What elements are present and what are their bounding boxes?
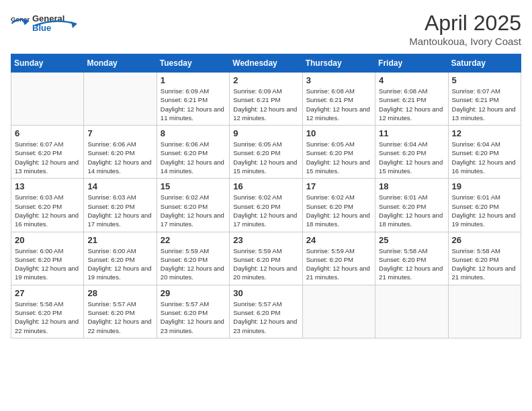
calendar-week-row: 27Sunrise: 5:58 AM Sunset: 6:20 PM Dayli… (11, 285, 521, 338)
calendar-cell (11, 73, 84, 126)
page-header: General General Blue April 2025 Mantouko… (11, 11, 521, 47)
day-number: 27 (15, 288, 80, 298)
calendar-cell: 1Sunrise: 6:09 AM Sunset: 6:21 PM Daylig… (157, 73, 229, 126)
calendar-cell: 4Sunrise: 6:08 AM Sunset: 6:21 PM Daylig… (375, 73, 448, 126)
calendar-cell (84, 73, 157, 126)
day-number: 3 (306, 75, 371, 85)
calendar-cell: 28Sunrise: 5:57 AM Sunset: 6:20 PM Dayli… (84, 285, 157, 338)
calendar-cell: 15Sunrise: 6:02 AM Sunset: 6:20 PM Dayli… (157, 179, 229, 232)
day-info: Sunrise: 6:00 AM Sunset: 6:20 PM Dayligh… (15, 246, 80, 282)
calendar-cell: 29Sunrise: 5:57 AM Sunset: 6:20 PM Dayli… (157, 285, 229, 338)
day-info: Sunrise: 6:07 AM Sunset: 6:20 PM Dayligh… (15, 140, 80, 175)
day-info: Sunrise: 5:58 AM Sunset: 6:20 PM Dayligh… (379, 246, 444, 282)
calendar-week-row: 1Sunrise: 6:09 AM Sunset: 6:21 PM Daylig… (11, 73, 521, 126)
calendar-cell: 3Sunrise: 6:08 AM Sunset: 6:21 PM Daylig… (302, 73, 375, 126)
weekday-header-wednesday: Wednesday (230, 54, 302, 73)
day-number: 24 (306, 235, 371, 245)
day-info: Sunrise: 6:07 AM Sunset: 6:21 PM Dayligh… (452, 87, 517, 122)
day-info: Sunrise: 6:08 AM Sunset: 6:21 PM Dayligh… (379, 87, 444, 122)
day-number: 7 (87, 128, 152, 138)
day-info: Sunrise: 5:59 AM Sunset: 6:20 PM Dayligh… (233, 246, 298, 282)
day-number: 29 (161, 288, 226, 298)
calendar-cell: 24Sunrise: 5:59 AM Sunset: 6:20 PM Dayli… (302, 232, 375, 285)
calendar-header-row: SundayMondayTuesdayWednesdayThursdayFrid… (11, 54, 521, 73)
day-info: Sunrise: 6:09 AM Sunset: 6:21 PM Dayligh… (233, 87, 298, 122)
day-number: 22 (161, 235, 226, 245)
day-info: Sunrise: 5:57 AM Sunset: 6:20 PM Dayligh… (87, 300, 152, 335)
calendar-cell: 6Sunrise: 6:07 AM Sunset: 6:20 PM Daylig… (11, 126, 84, 179)
day-info: Sunrise: 6:04 AM Sunset: 6:20 PM Dayligh… (379, 140, 444, 175)
logo-svg: General Blue (32, 11, 79, 32)
day-info: Sunrise: 5:58 AM Sunset: 6:20 PM Dayligh… (452, 246, 517, 282)
calendar-week-row: 13Sunrise: 6:03 AM Sunset: 6:20 PM Dayli… (11, 179, 521, 232)
weekday-header-thursday: Thursday (302, 54, 375, 73)
calendar-cell (375, 285, 448, 338)
day-info: Sunrise: 6:02 AM Sunset: 6:20 PM Dayligh… (306, 193, 371, 228)
day-info: Sunrise: 6:05 AM Sunset: 6:20 PM Dayligh… (233, 140, 298, 175)
calendar-cell: 16Sunrise: 6:02 AM Sunset: 6:20 PM Dayli… (230, 179, 302, 232)
day-info: Sunrise: 5:57 AM Sunset: 6:20 PM Dayligh… (233, 300, 298, 335)
calendar-cell: 27Sunrise: 5:58 AM Sunset: 6:20 PM Dayli… (11, 285, 84, 338)
day-number: 19 (452, 181, 517, 191)
day-number: 8 (161, 128, 226, 138)
location-title: Mantoukoua, Ivory Coast (409, 36, 521, 47)
day-info: Sunrise: 6:03 AM Sunset: 6:20 PM Dayligh… (87, 193, 152, 228)
day-info: Sunrise: 6:02 AM Sunset: 6:20 PM Dayligh… (233, 193, 298, 228)
logo: General General Blue (11, 11, 79, 32)
weekday-header-monday: Monday (84, 54, 157, 73)
day-number: 4 (379, 75, 444, 85)
calendar-cell: 9Sunrise: 6:05 AM Sunset: 6:20 PM Daylig… (230, 126, 302, 179)
calendar-cell (448, 285, 521, 338)
day-number: 12 (452, 128, 517, 138)
day-info: Sunrise: 6:00 AM Sunset: 6:20 PM Dayligh… (87, 246, 152, 282)
day-number: 5 (452, 75, 517, 85)
day-info: Sunrise: 6:05 AM Sunset: 6:20 PM Dayligh… (306, 140, 371, 175)
calendar-cell: 14Sunrise: 6:03 AM Sunset: 6:20 PM Dayli… (84, 179, 157, 232)
calendar-cell: 11Sunrise: 6:04 AM Sunset: 6:20 PM Dayli… (375, 126, 448, 179)
calendar-cell: 20Sunrise: 6:00 AM Sunset: 6:20 PM Dayli… (11, 232, 84, 285)
calendar-week-row: 6Sunrise: 6:07 AM Sunset: 6:20 PM Daylig… (11, 126, 521, 179)
day-info: Sunrise: 6:02 AM Sunset: 6:20 PM Dayligh… (161, 193, 226, 228)
day-number: 17 (306, 181, 371, 191)
day-number: 23 (233, 235, 298, 245)
day-info: Sunrise: 6:06 AM Sunset: 6:20 PM Dayligh… (161, 140, 226, 175)
day-info: Sunrise: 6:06 AM Sunset: 6:20 PM Dayligh… (87, 140, 152, 175)
day-number: 21 (87, 235, 152, 245)
calendar-cell: 21Sunrise: 6:00 AM Sunset: 6:20 PM Dayli… (84, 232, 157, 285)
calendar-cell: 25Sunrise: 5:58 AM Sunset: 6:20 PM Dayli… (375, 232, 448, 285)
calendar-cell: 30Sunrise: 5:57 AM Sunset: 6:20 PM Dayli… (230, 285, 302, 338)
month-title: April 2025 (409, 11, 521, 36)
day-number: 16 (233, 181, 298, 191)
calendar-cell: 13Sunrise: 6:03 AM Sunset: 6:20 PM Dayli… (11, 179, 84, 232)
day-number: 30 (233, 288, 298, 298)
day-info: Sunrise: 6:01 AM Sunset: 6:20 PM Dayligh… (452, 193, 517, 228)
calendar-cell: 12Sunrise: 6:04 AM Sunset: 6:20 PM Dayli… (448, 126, 521, 179)
calendar-cell: 10Sunrise: 6:05 AM Sunset: 6:20 PM Dayli… (302, 126, 375, 179)
day-number: 14 (87, 181, 152, 191)
weekday-header-sunday: Sunday (11, 54, 84, 73)
calendar-table: SundayMondayTuesdayWednesdayThursdayFrid… (11, 54, 521, 338)
calendar-cell: 2Sunrise: 6:09 AM Sunset: 6:21 PM Daylig… (230, 73, 302, 126)
title-area: April 2025 Mantoukoua, Ivory Coast (409, 11, 521, 47)
calendar-cell: 26Sunrise: 5:58 AM Sunset: 6:20 PM Dayli… (448, 232, 521, 285)
day-info: Sunrise: 6:01 AM Sunset: 6:20 PM Dayligh… (379, 193, 444, 228)
day-number: 25 (379, 235, 444, 245)
day-number: 15 (161, 181, 226, 191)
calendar-cell: 18Sunrise: 6:01 AM Sunset: 6:20 PM Dayli… (375, 179, 448, 232)
svg-marker-2 (71, 21, 77, 28)
day-number: 13 (15, 181, 80, 191)
day-info: Sunrise: 6:03 AM Sunset: 6:20 PM Dayligh… (15, 193, 80, 228)
calendar-cell: 19Sunrise: 6:01 AM Sunset: 6:20 PM Dayli… (448, 179, 521, 232)
calendar-cell: 23Sunrise: 5:59 AM Sunset: 6:20 PM Dayli… (230, 232, 302, 285)
calendar-cell: 5Sunrise: 6:07 AM Sunset: 6:21 PM Daylig… (448, 73, 521, 126)
day-number: 26 (452, 235, 517, 245)
calendar-cell: 8Sunrise: 6:06 AM Sunset: 6:20 PM Daylig… (157, 126, 229, 179)
weekday-header-tuesday: Tuesday (157, 54, 229, 73)
day-info: Sunrise: 6:09 AM Sunset: 6:21 PM Dayligh… (161, 87, 226, 122)
day-number: 20 (15, 235, 80, 245)
day-info: Sunrise: 6:08 AM Sunset: 6:21 PM Dayligh… (306, 87, 371, 122)
day-number: 1 (161, 75, 226, 85)
weekday-header-friday: Friday (375, 54, 448, 73)
day-info: Sunrise: 5:57 AM Sunset: 6:20 PM Dayligh… (161, 300, 226, 335)
calendar-week-row: 20Sunrise: 6:00 AM Sunset: 6:20 PM Dayli… (11, 232, 521, 285)
